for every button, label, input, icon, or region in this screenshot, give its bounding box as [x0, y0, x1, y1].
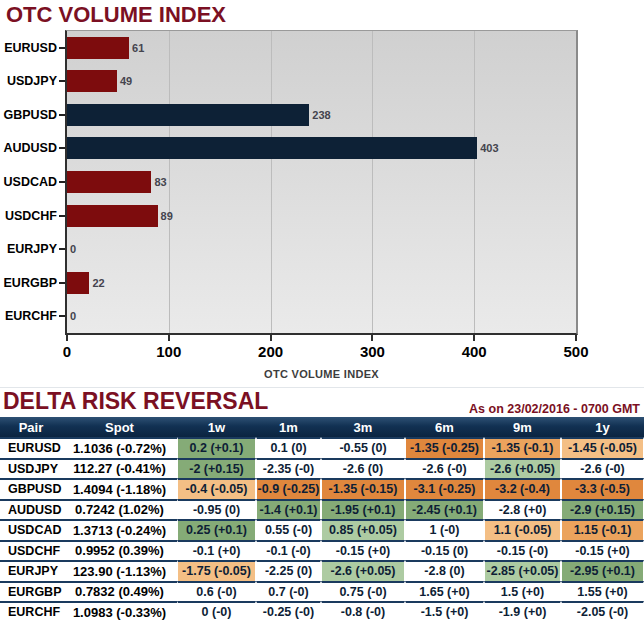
spot-cell-eurjpy: 123.90 (-1.13%): [62, 560, 177, 581]
as-on-timestamp: As on 23/02/2016 - 0700 GMT: [469, 402, 640, 416]
x-tick-mark-300: [371, 335, 373, 341]
pair-cell-usdchf: USDCHF: [0, 540, 62, 561]
y-tick-mark: [59, 114, 65, 116]
value-cell-eurgbp-3m: 0.75 (-0): [321, 581, 405, 602]
value-cell-eurgbp-1m: 0.7 (-0): [256, 581, 321, 602]
value-cell-gbpusd-6m: -3.1 (-0.25): [405, 478, 484, 499]
value-cell-eurchf-9m: -1.9 (+0): [484, 601, 561, 622]
table-row-eurgbp: EURGBP0.7832 (0.49%)0.6 (-0)0.7 (-0)0.75…: [0, 581, 644, 602]
x-tick-label-0: 0: [63, 343, 71, 360]
table-body: EURUSD1.1036 (-0.72%)0.2 (+0.1)0.1 (0)-0…: [0, 437, 644, 622]
spot-cell-audusd: 0.7242 (1.02%): [62, 499, 177, 520]
y-axis-label-usdcad: USDCAD: [4, 175, 57, 189]
value-cell-audusd-9m: -2.8 (+0): [484, 499, 561, 520]
value-cell-audusd-3m: -1.95 (+0.1): [321, 499, 405, 520]
y-axis-label-row: EURCHF: [0, 300, 65, 334]
value-cell-gbpusd-1y: -3.3 (-0.5): [561, 478, 644, 499]
pair-cell-audusd: AUDUSD: [0, 499, 62, 520]
y-axis-label-eurusd: EURUSD: [4, 41, 57, 55]
value-cell-audusd-1m: -1.4 (+0.1): [256, 499, 321, 520]
value-cell-usdcad-6m: 1 (-0): [405, 519, 484, 540]
value-cell-eurchf-1y: -2.05 (-0): [561, 601, 644, 622]
value-cell-eurjpy-1m: -2.25 (0): [256, 560, 321, 581]
pair-cell-gbpusd: GBPUSD: [0, 478, 62, 499]
x-tick-mark-100: [168, 335, 170, 341]
spot-cell-usdjpy: 112.27 (-0.41%): [62, 458, 177, 479]
pair-cell-eurgbp: EURGBP: [0, 581, 62, 602]
value-cell-gbpusd-1m: -0.9 (-0.25): [256, 478, 321, 499]
y-tick-mark: [59, 248, 65, 250]
table-row-eurusd: EURUSD1.1036 (-0.72%)0.2 (+0.1)0.1 (0)-0…: [0, 437, 644, 458]
value-cell-usdjpy-1w: -2 (+0.15): [177, 458, 256, 479]
value-cell-audusd-1w: -0.95 (0): [177, 499, 256, 520]
bar-value-label: 83: [154, 176, 166, 188]
value-cell-eurjpy-1y: -2.95 (+0.1): [561, 560, 644, 581]
bar-value-label: 403: [480, 142, 498, 154]
x-tick-label-500: 500: [563, 343, 588, 360]
value-cell-eurchf-3m: -0.8 (-0): [321, 601, 405, 622]
y-axis-label-usdchf: USDCHF: [5, 209, 57, 223]
value-cell-gbpusd-3m: -1.35 (-0.15): [321, 478, 405, 499]
value-cell-eurjpy-9m: -2.85 (+0.05): [484, 560, 561, 581]
table-row-audusd: AUDUSD0.7242 (1.02%)-0.95 (0)-1.4 (+0.1)…: [0, 499, 644, 520]
spot-cell-eurgbp: 0.7832 (0.49%): [62, 581, 177, 602]
pair-cell-eurusd: EURUSD: [0, 437, 62, 458]
bar-band-gbpusd: 238: [67, 98, 576, 132]
bar-usdcad: [67, 171, 151, 193]
bar-band-audusd: 403: [67, 132, 576, 166]
value-cell-gbpusd-1w: -0.4 (-0.05): [177, 478, 256, 499]
value-cell-usdcad-1m: 0.55 (-0): [256, 519, 321, 540]
bar-band-usdjpy: 49: [67, 65, 576, 99]
bar-value-label: 238: [312, 109, 330, 121]
table-row-gbpusd: GBPUSD1.4094 (-1.18%)-0.4 (-0.05)-0.9 (-…: [0, 478, 644, 499]
bar-eurgbp: [67, 272, 89, 294]
y-tick-mark: [59, 147, 65, 149]
y-tick-mark: [59, 47, 65, 49]
table-row-eurchf: EURCHF1.0983 (-0.33%)0 (-0)-0.25 (-0)-0.…: [0, 601, 644, 622]
bar-usdjpy: [67, 70, 117, 92]
table-row-usdcad: USDCAD1.3713 (-0.24%)0.25 (+0.1)0.55 (-0…: [0, 519, 644, 540]
value-cell-eurchf-1w: 0 (-0): [177, 601, 256, 622]
pair-cell-eurjpy: EURJPY: [0, 560, 62, 581]
bar-audusd: [67, 137, 477, 159]
bar-value-label: 61: [132, 42, 144, 54]
value-cell-usdchf-6m: -0.15 (0): [405, 540, 484, 561]
bar-series: 614923840383890220: [67, 31, 576, 333]
value-cell-eurjpy-3m: -2.6 (+0.05): [321, 560, 405, 581]
value-cell-eurusd-3m: -0.55 (0): [321, 437, 405, 458]
value-cell-usdcad-9m: 1.1 (-0.05): [484, 519, 561, 540]
y-axis-label-eurchf: EURCHF: [5, 309, 57, 323]
value-cell-eurusd-6m: -1.35 (-0.25): [405, 437, 484, 458]
y-axis-label-eurjpy: EURJPY: [7, 242, 57, 256]
x-tick-label-100: 100: [156, 343, 181, 360]
value-cell-gbpusd-9m: -3.2 (-0.4): [484, 478, 561, 499]
risk-reversal-title: DELTA RISK REVERSAL: [3, 388, 268, 415]
y-axis-label-gbpusd: GBPUSD: [4, 108, 57, 122]
value-cell-usdchf-9m: -0.15 (-0): [484, 540, 561, 561]
y-axis-label-row: USDJPY: [0, 65, 65, 99]
spot-cell-usdcad: 1.3713 (-0.24%): [62, 519, 177, 540]
x-tick-label-300: 300: [360, 343, 385, 360]
dashboard-page: OTC VOLUME INDEX 614923840383890220 EURU…: [0, 0, 644, 622]
value-cell-eurusd-9m: -1.35 (-0.1): [484, 437, 561, 458]
value-cell-usdjpy-6m: -2.6 (-0): [405, 458, 484, 479]
y-axis-label-eurgbp: EURGBP: [4, 276, 57, 290]
y-axis-label-audusd: AUDUSD: [4, 141, 57, 155]
bar-band-eurgbp: 22: [67, 266, 576, 300]
value-cell-eurusd-1y: -1.45 (-0.05): [561, 437, 644, 458]
value-cell-usdjpy-9m: -2.6 (+0.05): [484, 458, 561, 479]
y-axis-label-row: GBPUSD: [0, 98, 65, 132]
spot-cell-gbpusd: 1.4094 (-1.18%): [62, 478, 177, 499]
table-row-usdjpy: USDJPY112.27 (-0.41%)-2 (+0.15)-2.35 (-0…: [0, 458, 644, 479]
y-tick-mark: [59, 282, 65, 284]
x-tick-mark-400: [473, 335, 475, 341]
x-tick-label-400: 400: [462, 343, 487, 360]
x-tick-mark-0: [66, 335, 68, 341]
y-axis-label-row: USDCHF: [0, 199, 65, 233]
y-axis-label-row: AUDUSD: [0, 132, 65, 166]
value-cell-audusd-1y: -2.9 (+0.15): [561, 499, 644, 520]
spot-cell-usdchf: 0.9952 (0.39%): [62, 540, 177, 561]
otc-volume-title: OTC VOLUME INDEX: [6, 2, 226, 28]
bar-eurusd: [67, 37, 129, 59]
value-cell-eurgbp-1y: 1.55 (+0): [561, 581, 644, 602]
